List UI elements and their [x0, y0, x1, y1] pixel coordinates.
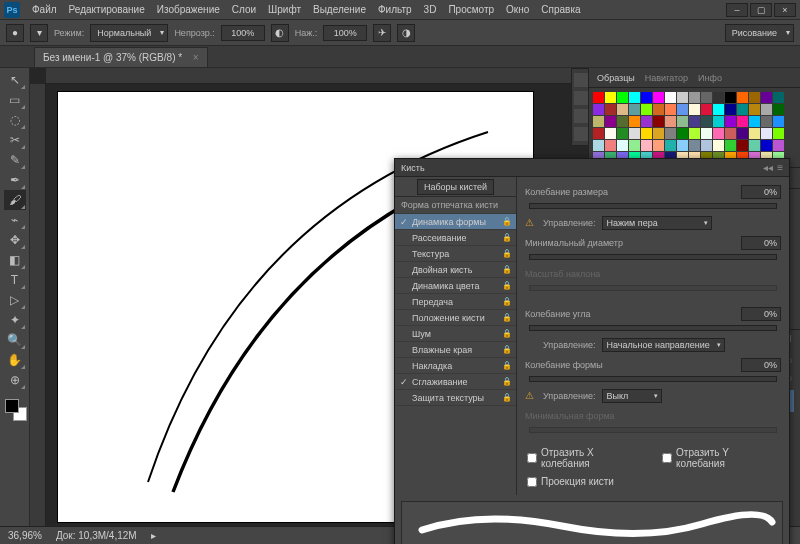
document-tab[interactable]: Без имени-1 @ 37% (RGB/8) * × [34, 47, 208, 67]
swatch[interactable] [605, 128, 616, 139]
status-arrow-icon[interactable]: ▸ [151, 530, 156, 541]
airbrush-icon[interactable]: ✈ [373, 24, 391, 42]
swatch[interactable] [629, 116, 640, 127]
swatch[interactable] [773, 92, 784, 103]
angle-jitter-slider[interactable] [529, 325, 777, 331]
control-select-3[interactable]: Выкл [602, 389, 662, 403]
lock-icon[interactable]: 🔒 [502, 361, 512, 370]
opacity-input[interactable]: 100% [221, 25, 265, 41]
swatch[interactable] [629, 92, 640, 103]
tool-3[interactable]: ✂ [4, 130, 26, 150]
angle-jitter-value[interactable]: 0% [741, 307, 781, 321]
menu-Изображение[interactable]: Изображение [151, 2, 226, 17]
brush-option-Накладка[interactable]: Накладка🔒 [395, 358, 516, 374]
swatch[interactable] [617, 116, 628, 127]
lock-icon[interactable]: 🔒 [502, 265, 512, 274]
tool-0[interactable]: ↖ [4, 70, 26, 90]
swatch[interactable] [617, 140, 628, 151]
swatch[interactable] [653, 104, 664, 115]
swatch[interactable] [725, 92, 736, 103]
swatch[interactable] [641, 116, 652, 127]
swatch[interactable] [761, 104, 772, 115]
swatch[interactable] [677, 92, 688, 103]
size-jitter-value[interactable]: 0% [741, 185, 781, 199]
size-jitter-slider[interactable] [529, 203, 777, 209]
tool-2[interactable]: ◌ [4, 110, 26, 130]
swatch[interactable] [593, 116, 604, 127]
swatch[interactable] [665, 92, 676, 103]
brush-option-Защита текстуры[interactable]: Защита текстуры🔒 [395, 390, 516, 406]
foreground-color[interactable] [5, 399, 19, 413]
swatch[interactable] [593, 92, 604, 103]
swatch[interactable] [617, 128, 628, 139]
workspace-select[interactable]: Рисование [725, 24, 794, 42]
panel-menu-icon[interactable]: ≡ [777, 162, 783, 173]
menu-Шрифт[interactable]: Шрифт [262, 2, 307, 17]
swatch[interactable] [737, 140, 748, 151]
swatch[interactable] [701, 104, 712, 115]
min-diameter-slider[interactable] [529, 254, 777, 260]
lock-icon[interactable]: 🔒 [502, 249, 512, 258]
blend-mode-select[interactable]: Нормальный [90, 24, 168, 42]
swatch[interactable] [689, 140, 700, 151]
pressure-size-icon[interactable]: ◑ [397, 24, 415, 42]
brush-size-dropdown-icon[interactable]: ▾ [30, 24, 48, 42]
swatch[interactable] [713, 92, 724, 103]
swatch[interactable] [749, 104, 760, 115]
swatch[interactable] [701, 128, 712, 139]
tool-10[interactable]: T [4, 270, 26, 290]
lock-icon[interactable]: 🔒 [502, 393, 512, 402]
swatch[interactable] [641, 140, 652, 151]
panel-icon-3[interactable] [574, 109, 588, 123]
flow-input[interactable]: 100% [323, 25, 367, 41]
swatch[interactable] [749, 140, 760, 151]
brush-option-Динамика цвета[interactable]: Динамика цвета🔒 [395, 278, 516, 294]
swatch[interactable] [641, 104, 652, 115]
swatch[interactable] [605, 92, 616, 103]
swatch[interactable] [617, 92, 628, 103]
lock-icon[interactable]: 🔒 [502, 281, 512, 290]
brush-option-Текстура[interactable]: Текстура🔒 [395, 246, 516, 262]
brush-tip-shape-label[interactable]: Форма отпечатка кисти [395, 197, 516, 214]
close-button[interactable]: × [774, 3, 796, 17]
swatch[interactable] [773, 140, 784, 151]
menu-3D[interactable]: 3D [418, 2, 443, 17]
swatch[interactable] [773, 128, 784, 139]
swatch[interactable] [653, 128, 664, 139]
swatch[interactable] [689, 104, 700, 115]
swatch[interactable] [689, 116, 700, 127]
swatch[interactable] [713, 116, 724, 127]
swatch[interactable] [701, 116, 712, 127]
swatch[interactable] [653, 140, 664, 151]
checkbox-icon[interactable]: ✓ [399, 217, 409, 227]
swatch[interactable] [773, 104, 784, 115]
lock-icon[interactable]: 🔒 [502, 233, 512, 242]
panel-icon-4[interactable] [574, 127, 588, 141]
panel-icon-2[interactable] [574, 91, 588, 105]
tool-12[interactable]: ✦ [4, 310, 26, 330]
tool-5[interactable]: ✒ [4, 170, 26, 190]
zoom-level[interactable]: 36,96% [8, 530, 42, 541]
menu-Фильтр[interactable]: Фильтр [372, 2, 418, 17]
tool-7[interactable]: ⌁ [4, 210, 26, 230]
swatch[interactable] [593, 140, 604, 151]
roundness-jitter-value[interactable]: 0% [741, 358, 781, 372]
swatch[interactable] [713, 104, 724, 115]
swatch[interactable] [677, 128, 688, 139]
menu-Окно[interactable]: Окно [500, 2, 535, 17]
swatch[interactable] [629, 128, 640, 139]
swatch[interactable] [605, 104, 616, 115]
flip-x-checkbox[interactable]: Отразить X колебания [525, 445, 646, 471]
swatch[interactable] [605, 116, 616, 127]
maximize-button[interactable]: ▢ [750, 3, 772, 17]
swatch[interactable] [593, 128, 604, 139]
swatch[interactable] [677, 140, 688, 151]
brush-option-Рассеивание[interactable]: Рассеивание🔒 [395, 230, 516, 246]
swatch[interactable] [689, 128, 700, 139]
brush-presets-button[interactable]: Наборы кистей [417, 179, 494, 195]
flip-y-checkbox[interactable]: Отразить Y колебания [660, 445, 781, 471]
swatch[interactable] [653, 116, 664, 127]
brush-preset-icon[interactable]: ● [6, 24, 24, 42]
color-swatches[interactable] [3, 397, 27, 421]
brush-panel-header[interactable]: Кисть ◂◂ ≡ [395, 159, 789, 177]
